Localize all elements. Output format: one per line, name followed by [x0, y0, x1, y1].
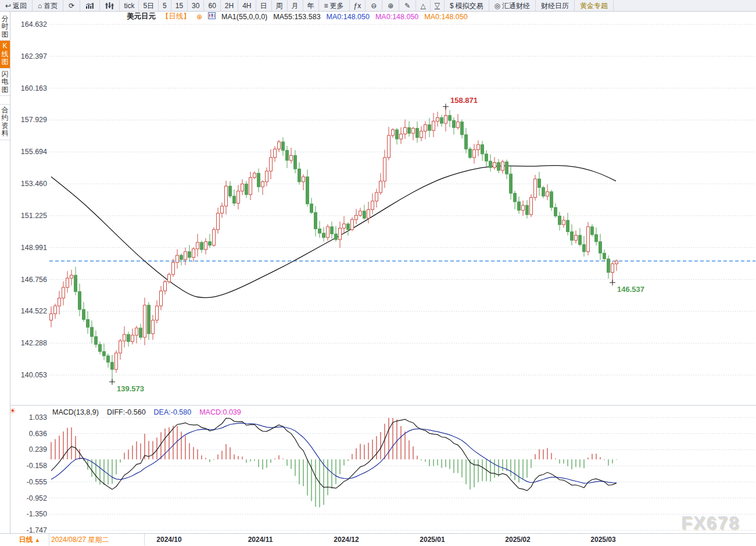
zoom-out-button[interactable]: ⊖: [366, 0, 382, 11]
tab-minute-chart[interactable]: 分 时 图: [0, 13, 10, 41]
current-date-label: 2024/08/27 星期二: [49, 534, 145, 545]
x-axis-label: 2025/03: [590, 534, 615, 545]
ma0-value-orange: MA0:148.050: [424, 13, 467, 21]
svg-text:-1.350: -1.350: [27, 510, 47, 518]
sim-trading-button-label: 模拟交易: [456, 1, 483, 11]
macd-header: MACD(13,8,9) DIFF:-0.560 DEA:-0.580 MACD…: [52, 408, 241, 416]
refresh-icon: ⟳: [69, 2, 74, 9]
x-axis-label: 2025/01: [420, 534, 445, 545]
svg-text:-0.952: -0.952: [27, 494, 47, 502]
more-button-label: 更多: [330, 1, 344, 11]
draw-pen-button[interactable]: ✎: [399, 0, 416, 11]
bar-chart-view-button[interactable]: [80, 0, 100, 11]
mini-chart-icon[interactable]: [208, 12, 216, 21]
toolbar: ↩返回⌂首页⟳tick5日51530602H4H日周月年≡更多ƒx⊖⊕✎△▽$模…: [0, 0, 756, 12]
ma0-value-blue: MA0:148.050: [327, 13, 370, 21]
refresh-button[interactable]: ⟳: [63, 0, 80, 11]
macd-dea-value: DEA:-0.580: [154, 408, 192, 416]
triangle-down-button[interactable]: ▽: [431, 0, 445, 11]
huitong-finance-button-label: 汇通财经: [502, 1, 530, 11]
svg-text:144.522: 144.522: [21, 307, 47, 315]
interval-4h-button-label: 4H: [242, 1, 251, 11]
period-selector[interactable]: 日线 ▲: [10, 534, 49, 545]
tab-contract-info[interactable]: 合 约 资 料: [0, 104, 10, 140]
ma0-value-magenta: MA0:148.050: [375, 13, 418, 21]
interval-month-button-label: 月: [292, 1, 299, 11]
svg-text:148.991: 148.991: [21, 244, 47, 252]
interval-year-button-label: 年: [307, 1, 314, 11]
calendar-button[interactable]: 财经日历: [536, 0, 575, 11]
indicator-fx-button-label: ƒx: [354, 1, 361, 11]
more-button[interactable]: ≡更多: [319, 0, 350, 11]
svg-text:157.929: 157.929: [21, 116, 47, 124]
svg-text:142.288: 142.288: [21, 339, 47, 347]
interval-30m-button[interactable]: 30: [188, 0, 204, 11]
interval-year-button[interactable]: 年: [303, 0, 319, 11]
back-icon: ↩: [5, 2, 11, 9]
interval-2h-button-label: 2H: [225, 1, 234, 11]
symbol-name: 美元日元: [127, 12, 156, 22]
interval-2h-button[interactable]: 2H: [221, 0, 238, 11]
x-axis-label: 2024/10: [156, 534, 181, 545]
interval-tick-button[interactable]: tick: [120, 0, 139, 11]
bar-chart-icon: [85, 2, 94, 9]
sidebar: 分 时 图K 线 图闪 电 图合 约 资 料: [0, 11, 10, 534]
interval-day-button-label: 日: [260, 1, 267, 11]
svg-text:-0.158: -0.158: [27, 462, 47, 470]
svg-text:1.033: 1.033: [29, 413, 47, 422]
interval-5d-button[interactable]: 5日: [139, 0, 159, 11]
svg-text:0.636: 0.636: [29, 430, 47, 438]
interval-day-button[interactable]: 日: [256, 0, 272, 11]
macd-hist-value: MACD:0.039: [199, 408, 241, 416]
tab-lightning-chart[interactable]: 闪 电 图: [0, 69, 10, 96]
indicator-fx-button[interactable]: ƒx: [350, 0, 366, 11]
svg-text:164.632: 164.632: [21, 20, 47, 28]
svg-text:146.756: 146.756: [21, 276, 47, 284]
price-axis-labels: 164.632162.397160.163157.929155.694153.4…: [21, 20, 47, 379]
indicator-settings-icon[interactable]: ⊕: [196, 13, 202, 21]
triangle-up-button[interactable]: △: [416, 0, 430, 11]
zoom-in-button[interactable]: ⊕: [382, 0, 399, 11]
tab-kline-chart[interactable]: K 线 图: [0, 41, 10, 68]
interval-30m-button-label: 30: [192, 1, 199, 11]
chart-legend: 美元日元 【日线】 ⊕ MA1(55,0,0,0) MA55:153.583 M…: [127, 12, 468, 21]
interval-4h-button[interactable]: 4H: [238, 0, 256, 11]
main-chart-plot[interactable]: [49, 21, 755, 402]
interval-month-button[interactable]: 月: [288, 0, 303, 11]
interval-5d-button-label: 5日: [143, 1, 154, 11]
back-button[interactable]: ↩返回: [0, 0, 33, 11]
interval-5m-button-label: 5: [163, 1, 167, 11]
candles-icon: [105, 2, 114, 9]
svg-text:160.163: 160.163: [21, 84, 47, 92]
triangle-down-icon: ▽: [435, 2, 440, 9]
more-icon: ≡: [324, 2, 328, 9]
interval-5m-button[interactable]: 5: [159, 0, 171, 11]
macd-diff-value: DIFF:-0.560: [107, 408, 146, 416]
svg-text:153.460: 153.460: [21, 180, 47, 188]
svg-text:140.053: 140.053: [21, 371, 47, 379]
interval-week-button-label: 周: [276, 1, 283, 11]
macd-params-label: MACD(13,8,9): [52, 408, 99, 416]
home-button[interactable]: ⌂首页: [33, 0, 63, 11]
interval-60m-button[interactable]: 60: [204, 0, 220, 11]
macd-axis-labels: 1.0330.6360.239-0.158-0.555-0.952-1.350-…: [27, 413, 48, 534]
back-button-label: 返回: [13, 1, 27, 11]
gold-topic-button-label: 黄金专题: [580, 1, 608, 11]
interval-tick-button-label: tick: [124, 1, 134, 11]
x-axis-label: 2024/11: [248, 534, 273, 545]
bottom-bar: 日线 ▲ 2024/08/27 星期二 2024/102024/112024/1…: [0, 533, 756, 546]
triangle-up-icon: △: [420, 2, 425, 9]
interval-week-button[interactable]: 周: [272, 0, 288, 11]
huitong-finance-button[interactable]: ◎汇通财经: [489, 0, 536, 11]
sim-trading-button[interactable]: $模拟交易: [445, 0, 489, 11]
fx-chart-app: ↩返回⌂首页⟳tick5日51530602H4H日周月年≡更多ƒx⊖⊕✎△▽$模…: [0, 0, 756, 546]
gold-topic-button[interactable]: 黄金专题: [575, 0, 614, 11]
candle-view-button[interactable]: [100, 0, 120, 11]
svg-text:151.225: 151.225: [21, 212, 47, 220]
chart-canvas[interactable]: 164.632162.397160.163157.929155.694153.4…: [0, 0, 756, 546]
period-selector-label: 日线: [19, 535, 33, 545]
macd-plot[interactable]: [49, 407, 755, 532]
period-label: 【日线】: [162, 12, 191, 22]
interval-15m-button[interactable]: 15: [171, 0, 188, 11]
ma1-settings-label: MA1(55,0,0,0): [221, 13, 267, 21]
